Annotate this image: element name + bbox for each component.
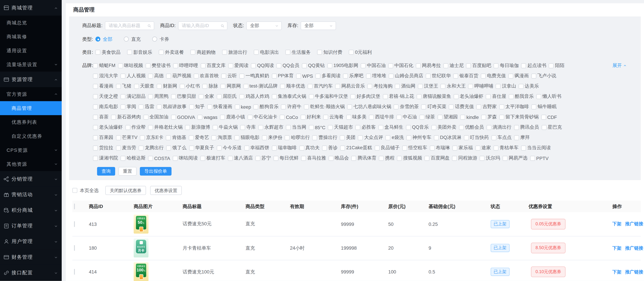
- brand-checkbox-item[interactable]: 飒漫画: [508, 73, 529, 79]
- brand-checkbox-item[interactable]: 网易考拉: [416, 62, 441, 69]
- sidebar-item-resource-management[interactable]: 资源管理: [0, 72, 62, 87]
- brand-checkbox-item[interactable]: 唯品会: [328, 155, 349, 161]
- brand-checkbox-item[interactable]: QQ黄钻: [302, 62, 325, 69]
- type-radio-卡券[interactable]: 卡券: [152, 36, 169, 42]
- brand-checkbox-item[interactable]: 迪士尼: [443, 62, 464, 69]
- brand-checkbox-item[interactable]: 爱阅读: [228, 62, 248, 69]
- header-checkbox[interactable]: [74, 204, 75, 210]
- category-checkbox-item[interactable]: 旅游出行: [222, 49, 247, 55]
- brand-checkbox-item[interactable]: 一鸣真鲜奶: [240, 73, 269, 79]
- brand-checkbox-item[interactable]: 哈啰出行: [285, 134, 310, 141]
- export-quotation-button[interactable]: 导出报价单: [140, 167, 172, 176]
- take-down-link[interactable]: 下架: [612, 269, 622, 274]
- brand-checkbox-item[interactable]: 优酷会员: [459, 124, 484, 130]
- brand-checkbox-item[interactable]: 网易严选: [502, 155, 528, 161]
- brand-checkbox-item[interactable]: 芒果TV: [116, 134, 138, 141]
- brand-checkbox-item[interactable]: 真功夫: [299, 145, 320, 151]
- brand-checkbox-item[interactable]: 良品铺子: [374, 145, 400, 151]
- brand-checkbox-item[interactable]: wagas: [198, 114, 218, 120]
- brand-checkbox-item[interactable]: DQ冰淇淋: [434, 134, 461, 141]
- brand-checkbox-item[interactable]: 哔哩哔哩: [173, 62, 198, 69]
- brand-checkbox-item[interactable]: 哈根达斯: [120, 155, 146, 161]
- brand-checkbox-item[interactable]: 美团: [340, 134, 356, 141]
- brand-checkbox-item[interactable]: test-测试品牌: [243, 83, 278, 89]
- brand-checkbox-item[interactable]: 满记甜品: [120, 94, 146, 100]
- brand-checkbox-item[interactable]: 看漫画: [93, 83, 113, 89]
- brand-checkbox-item[interactable]: 摩拜: [514, 134, 530, 141]
- brand-checkbox-item[interactable]: 饿了么: [166, 145, 186, 151]
- brand-checkbox-item[interactable]: 苏宁: [255, 155, 271, 161]
- reset-button[interactable]: 重置: [118, 167, 136, 176]
- brand-checkbox-item[interactable]: 井格老灶火锅: [148, 124, 183, 130]
- brand-checkbox-item[interactable]: 鸡器人炸鸡: [240, 94, 269, 100]
- brand-checkbox-item[interactable]: 善诊: [322, 145, 338, 151]
- brand-checkbox-item[interactable]: 周黑鸭: [148, 94, 168, 100]
- brand-checkbox-item[interactable]: 南瓜电影: [93, 104, 118, 110]
- brand-checkbox-item[interactable]: 天使之橙: [93, 94, 118, 100]
- sidebar-item-finance-management[interactable]: 财务管理: [0, 249, 62, 265]
- category-checkbox-item[interactable]: 外卖送餐: [159, 49, 184, 55]
- brand-checkbox-item[interactable]: kindle: [460, 114, 479, 120]
- brand-checkbox-item[interactable]: 当当云阅读: [521, 145, 551, 151]
- brand-checkbox-item[interactable]: 留下来筒骨砂锅: [499, 114, 538, 120]
- brand-checkbox-item[interactable]: 青桔单车: [493, 145, 518, 151]
- promo-link[interactable]: 推广链接: [625, 221, 643, 226]
- brand-checkbox-item[interactable]: 达美乐: [518, 83, 539, 89]
- brand-checkbox-item[interactable]: 百度网盘: [424, 155, 450, 161]
- status-select[interactable]: 全部: [246, 22, 282, 30]
- brand-checkbox-item[interactable]: keep: [234, 104, 251, 109]
- brand-checkbox-item[interactable]: GODIVA: [171, 114, 195, 120]
- take-down-link[interactable]: 下架: [612, 221, 622, 226]
- brand-checkbox-item[interactable]: 懒人听书: [536, 94, 561, 100]
- brand-checkbox-item[interactable]: 腾讯体育: [351, 155, 376, 161]
- brand-checkbox-item[interactable]: 老头油爆虾: [454, 94, 484, 100]
- brand-checkbox-item[interactable]: 蜻蜓FM: [93, 62, 115, 69]
- brand-checkbox-item[interactable]: 中国石油: [361, 62, 386, 69]
- brand-checkbox-item[interactable]: 鹿港小镇: [220, 114, 245, 120]
- brand-checkbox-item[interactable]: 七坊八巷卤味火锅: [347, 104, 391, 110]
- brand-checkbox-item[interactable]: 好利来: [300, 114, 321, 120]
- brand-checkbox-item[interactable]: 神州专车: [406, 134, 431, 141]
- brand-checkbox-item[interactable]: 唐猫说酸菜鱼: [416, 94, 451, 100]
- brand-checkbox-item[interactable]: 家乐福: [452, 145, 473, 151]
- brand-checkbox-item[interactable]: 多看阅读: [316, 73, 340, 79]
- category-checkbox-item[interactable]: 知识付费: [317, 49, 342, 55]
- sidebar-item-cps-resources[interactable]: CPS资源: [0, 143, 62, 157]
- brand-checkbox-item[interactable]: 话费充值: [449, 104, 474, 110]
- brand-checkbox-item[interactable]: 百度贴吧: [466, 62, 491, 69]
- brand-checkbox-item[interactable]: 蜗牛睡眠: [532, 104, 556, 110]
- category-checkbox-item[interactable]: 影音娱乐: [127, 49, 152, 55]
- brand-checkbox-item[interactable]: 1905电影网: [327, 62, 358, 69]
- brand-checkbox-item[interactable]: 酷我音乐: [508, 94, 534, 100]
- brand-checkbox-item[interactable]: 咪咕视频: [118, 62, 143, 69]
- brand-checkbox-item[interactable]: 味多美: [346, 114, 366, 120]
- category-checkbox-item[interactable]: 电影演出: [254, 49, 279, 55]
- brand-checkbox-item[interactable]: 混沌大学: [93, 73, 118, 79]
- sidebar-item-distribution-management[interactable]: 分销管理: [0, 171, 62, 186]
- brand-checkbox-item[interactable]: PPTV: [530, 156, 548, 160]
- brand-checkbox-item[interactable]: 陌陌: [549, 62, 564, 69]
- brand-checkbox-item[interactable]: 携程: [379, 155, 394, 161]
- brand-checkbox-item[interactable]: 曹操出行: [312, 134, 338, 141]
- sidebar-item-product-management[interactable]: 商品管理: [0, 101, 62, 115]
- brand-checkbox-item[interactable]: 飞卢小说: [531, 73, 556, 79]
- brand-checkbox-item[interactable]: 永辉超市: [258, 124, 283, 130]
- brand-checkbox-item[interactable]: 京东E卡: [140, 134, 163, 141]
- brand-checkbox-item[interactable]: 绿茶: [419, 114, 435, 120]
- row-checkbox[interactable]: [74, 245, 75, 251]
- brand-checkbox-item[interactable]: 云海肴: [323, 114, 344, 120]
- sidebar-item-custom-coupon[interactable]: 自定义优惠券: [0, 129, 62, 143]
- brand-checkbox-item[interactable]: 全国加油: [143, 114, 168, 120]
- brand-checkbox-item[interactable]: 滴滴出行: [486, 124, 511, 130]
- brand-checkbox-item[interactable]: COSTA: [148, 156, 170, 160]
- brand-checkbox-item[interactable]: WPS: [296, 73, 313, 78]
- brand-checkbox-item[interactable]: 猫眼电影: [234, 134, 260, 141]
- brand-checkbox-item[interactable]: 今今乐道: [216, 145, 242, 151]
- brand-checkbox-item[interactable]: 喜马拉雅: [301, 155, 326, 161]
- brand-checkbox-item[interactable]: QQ阅读: [251, 62, 274, 69]
- brand-checkbox-item[interactable]: 搜狐视频: [397, 155, 422, 161]
- brand-checkbox-item[interactable]: 老头油爆虾: [93, 124, 123, 130]
- brand-checkbox-item[interactable]: PP体育: [272, 73, 294, 79]
- brand-checkbox-item[interactable]: 新石器烤肉: [111, 114, 141, 120]
- brand-checkbox-item[interactable]: 全家: [198, 94, 214, 100]
